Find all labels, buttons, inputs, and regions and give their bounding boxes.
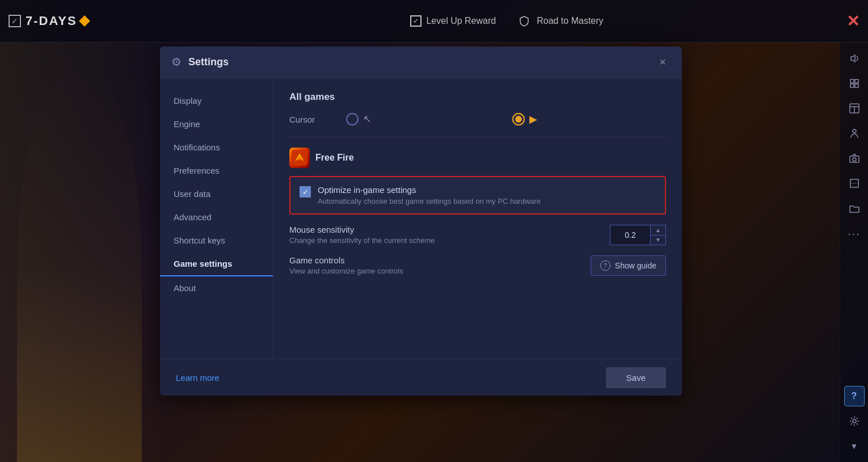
bg-character bbox=[0, 0, 165, 462]
optimize-title: Optimize in-game settings bbox=[318, 185, 656, 195]
dialog-nav: Display Engine Notifications Preferences… bbox=[160, 78, 273, 359]
spinbox-down-button[interactable]: ▼ bbox=[651, 236, 665, 245]
tab1-label: Level Up Reward bbox=[426, 16, 496, 26]
sidebar-item-engine[interactable]: Engine bbox=[160, 112, 273, 136]
right-sidebar: ··· ? ▼ bbox=[840, 43, 868, 462]
topbar-tabs: ✓ Level Up Reward Road to Mastery bbox=[167, 15, 846, 27]
game-controls-desc: View and customize game controls bbox=[289, 267, 591, 275]
layout-icon[interactable] bbox=[844, 98, 865, 119]
svg-rect-3 bbox=[850, 84, 854, 87]
mouse-sensitivity-desc: Change the sensitivity of the current sc… bbox=[289, 236, 610, 245]
more-options-icon[interactable]: ··· bbox=[844, 223, 865, 243]
svg-point-10 bbox=[853, 158, 856, 161]
game-controls-text: Game controls View and customize game co… bbox=[289, 255, 591, 275]
cursor-arrow-default-icon: ↖ bbox=[363, 113, 372, 125]
brand-diamond-icon bbox=[79, 15, 90, 27]
volume-icon[interactable] bbox=[844, 48, 865, 69]
svg-point-8 bbox=[853, 129, 856, 133]
spinbox-arrows: ▲ ▼ bbox=[650, 225, 665, 245]
shield-icon bbox=[519, 15, 530, 27]
svg-rect-11 bbox=[850, 179, 858, 187]
game-icon-inner bbox=[289, 148, 310, 168]
help-icon[interactable]: ? bbox=[844, 386, 865, 406]
resize-icon[interactable] bbox=[844, 173, 865, 194]
chevron-down-icon[interactable]: ▼ bbox=[844, 436, 865, 456]
check-icon: ✓ bbox=[410, 15, 422, 27]
mouse-sensitivity-row: Mouse sensitivity Change the sensitivity… bbox=[289, 225, 666, 245]
cursor-radio-selected[interactable] bbox=[512, 113, 525, 125]
dialog-content: All games Cursor ↖ ▶ bbox=[273, 78, 682, 359]
cursor-label: Cursor bbox=[289, 115, 335, 124]
svg-rect-2 bbox=[855, 79, 858, 83]
sidebar-item-display[interactable]: Display bbox=[160, 89, 273, 112]
topbar-brand: 7-DAYS bbox=[26, 14, 89, 28]
cursor-arrow-custom-icon: ▶ bbox=[529, 113, 537, 125]
dialog-header: ⚙ Settings × bbox=[160, 47, 682, 78]
gear-icon[interactable] bbox=[844, 411, 865, 431]
tab-road-to-mastery[interactable]: Road to Mastery bbox=[519, 15, 603, 27]
optimize-desc: Automatically choose best game settings … bbox=[318, 197, 656, 205]
sidebar-item-gamesettings[interactable]: Game settings bbox=[160, 252, 273, 276]
optimize-checkbox[interactable]: ✓ bbox=[300, 186, 311, 198]
mouse-sensitivity-text: Mouse sensitivity Change the sensitivity… bbox=[289, 225, 610, 245]
tab2-label: Road to Mastery bbox=[537, 16, 603, 26]
dialog-footer: Learn more Save bbox=[160, 359, 682, 396]
spinbox-value: 0.2 bbox=[610, 230, 650, 240]
svg-point-13 bbox=[853, 419, 856, 423]
topbar-left: ✓ 7-DAYS bbox=[9, 14, 167, 28]
folder-icon[interactable] bbox=[844, 198, 865, 219]
optimize-box: ✓ Optimize in-game settings Automaticall… bbox=[289, 176, 666, 215]
question-circle-icon: ? bbox=[600, 261, 610, 271]
svg-rect-4 bbox=[855, 84, 858, 87]
mouse-sensitivity-label: Mouse sensitivity bbox=[289, 225, 610, 234]
topbar-checkbox[interactable]: ✓ bbox=[9, 15, 21, 27]
dialog-close-button[interactable]: × bbox=[655, 54, 671, 70]
sidebar-item-shortcut[interactable]: Shortcut keys bbox=[160, 229, 273, 252]
brand-text: 7-DAYS bbox=[26, 14, 77, 28]
svg-rect-1 bbox=[850, 79, 854, 83]
person-icon[interactable] bbox=[844, 123, 865, 144]
section-all-games: All games bbox=[289, 91, 666, 103]
mouse-sensitivity-spinbox[interactable]: 0.2 ▲ ▼ bbox=[610, 225, 666, 245]
settings-dialog: ⚙ Settings × Display Engine Notification… bbox=[160, 47, 682, 396]
sidebar-item-userdata[interactable]: User data bbox=[160, 182, 273, 205]
settings-gear-icon: ⚙ bbox=[171, 55, 182, 69]
game-name: Free Fire bbox=[315, 153, 354, 163]
cursor-option-custom[interactable]: ▶ bbox=[512, 113, 537, 125]
sidebar-item-advanced[interactable]: Advanced bbox=[160, 205, 273, 229]
game-header: Free Fire bbox=[289, 148, 666, 168]
grid-layout-icon[interactable] bbox=[844, 73, 865, 94]
save-button[interactable]: Save bbox=[606, 367, 666, 388]
topbar: ✓ 7-DAYS ✓ Level Up Reward Road to Maste… bbox=[0, 0, 868, 43]
game-controls-row: Game controls View and customize game co… bbox=[289, 255, 666, 276]
optimize-text: Optimize in-game settings Automatically … bbox=[318, 185, 656, 205]
game-icon bbox=[289, 148, 310, 168]
dialog-body: Display Engine Notifications Preferences… bbox=[160, 78, 682, 359]
cursor-row: Cursor ↖ ▶ bbox=[289, 113, 666, 125]
cursor-option-default[interactable]: ↖ bbox=[346, 113, 372, 125]
game-controls-label: Game controls bbox=[289, 255, 591, 265]
sidebar-item-notifications[interactable]: Notifications bbox=[160, 136, 273, 159]
camera-icon[interactable] bbox=[844, 148, 865, 169]
dialog-title: Settings bbox=[188, 56, 648, 68]
spinbox-up-button[interactable]: ▲ bbox=[651, 225, 665, 236]
topbar-close-button[interactable]: ✕ bbox=[846, 12, 859, 31]
learn-more-link[interactable]: Learn more bbox=[176, 373, 220, 383]
divider-1 bbox=[289, 137, 666, 137]
cursor-radio-default[interactable] bbox=[346, 113, 359, 125]
freefire-icon-svg bbox=[292, 150, 307, 166]
show-guide-label: Show guide bbox=[615, 261, 656, 270]
sidebar-item-about[interactable]: About bbox=[160, 276, 273, 300]
tab-level-up-reward[interactable]: ✓ Level Up Reward bbox=[410, 15, 496, 27]
show-guide-button[interactable]: ? Show guide bbox=[591, 255, 666, 276]
sidebar-item-preferences[interactable]: Preferences bbox=[160, 159, 273, 182]
